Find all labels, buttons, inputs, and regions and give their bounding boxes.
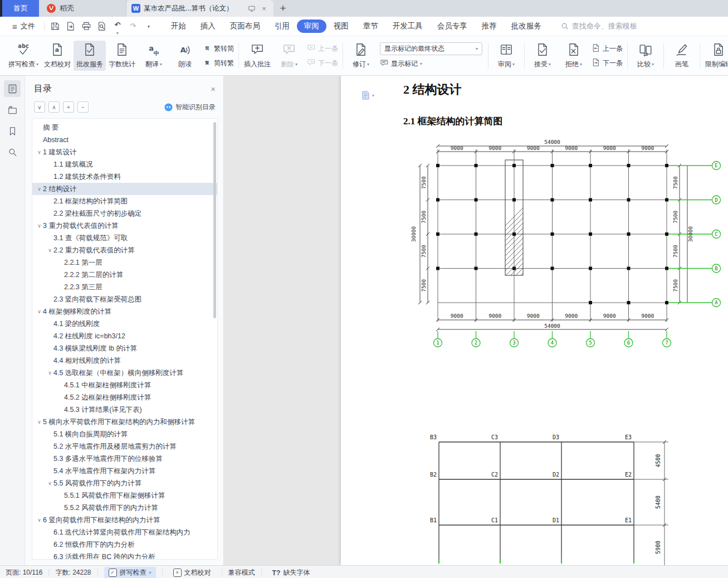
print-button[interactable] — [79, 20, 94, 33]
toc-item[interactable]: 5.3 多遇水平地震作用下的位移验算 — [32, 453, 217, 465]
spellcheck-button[interactable]: abc拼写检查▾ — [6, 41, 41, 71]
prev-change-button[interactable]: ←上一条 — [592, 43, 623, 54]
collapse-arrow-icon[interactable]: ∨ — [46, 244, 53, 256]
toc-item[interactable]: 6.2 恒载作用下的内力分析 — [32, 538, 217, 551]
toc-item[interactable]: 4.1 梁的线刚度 — [32, 318, 217, 330]
toc-item[interactable]: ∨5.5 风荷载作用下的内力计算 — [32, 477, 217, 489]
collapse-arrow-icon[interactable]: ∨ — [36, 220, 43, 232]
restrict-edit-button[interactable]: 限制编辑 — [702, 41, 728, 71]
home-tab[interactable]: 首页 — [2, 0, 39, 17]
toc-item[interactable]: 5.1 横向自振周期的计算 — [32, 428, 217, 440]
collapse-arrow-icon[interactable]: ∨ — [46, 477, 53, 489]
toc-item[interactable]: ∨1 建筑设计 — [32, 146, 217, 158]
new-tab-button[interactable]: + — [273, 0, 292, 17]
bookmark-pane-button[interactable] — [4, 123, 21, 139]
toc-item[interactable]: 1.2 建筑技术条件资料 — [32, 171, 217, 183]
toc-item[interactable]: ∨2.2 重力荷载代表值的计算 — [32, 244, 217, 256]
proofread-toggle[interactable]: × 文档校对 — [169, 567, 216, 578]
docer-tab[interactable]: 稻壳 — [39, 0, 126, 17]
toc-item[interactable]: 2.3 竖向荷载下框架受荷总图 — [32, 293, 217, 305]
menu-tab-section[interactable]: 章节 — [356, 20, 385, 33]
close-panel-icon[interactable]: × — [211, 84, 216, 94]
toc-item[interactable]: 5.5.1 风荷载作用下框架侧移计算 — [32, 489, 217, 502]
toc-item[interactable]: 4.5.3 计算结果(详见下表) — [32, 404, 217, 416]
toc-item[interactable]: 5.4 水平地震作用下框架内力计算 — [32, 465, 217, 477]
find-pane-button[interactable] — [4, 144, 21, 161]
print-preview-button[interactable] — [95, 20, 109, 33]
menu-tab-member[interactable]: 会员专享 — [430, 20, 475, 33]
toc-item[interactable]: Abstract — [32, 134, 217, 146]
proof-service-button[interactable]: 批改服务 — [74, 41, 106, 71]
toc-item[interactable]: 2.2 梁柱截面尺寸的初步确定 — [32, 207, 217, 220]
toc-item[interactable]: 4.5.1 中框架柱侧移刚度计算 — [32, 379, 217, 391]
expand-button[interactable]: ∨ — [34, 101, 45, 113]
document-page[interactable]: ▾ 2 结构设计 2.1 框架结构的计算简图 54000900090009000… — [341, 76, 728, 565]
toc-item[interactable]: ∨5 横向水平荷载作用下框架结构的内力和侧移计算 — [32, 416, 217, 428]
accept-button[interactable]: 接受▾ — [527, 41, 558, 71]
toc-item[interactable]: 4.3 横纵梁线刚度 lb 的计算 — [32, 342, 217, 354]
collapse-arrow-icon[interactable]: ∨ — [36, 146, 43, 158]
collapse-arrow-icon[interactable]: ∨ — [46, 367, 53, 379]
word-count-button[interactable]: 字数统计 — [106, 41, 138, 71]
menu-tab-proof-service[interactable]: 批改服务 — [504, 20, 549, 33]
next-change-button[interactable]: →下一条 — [592, 58, 623, 69]
menu-tab-view[interactable]: 视图 — [326, 20, 356, 33]
missing-font-indicator[interactable]: T? 缺失字体 — [268, 567, 315, 578]
collapse-arrow-icon[interactable]: ∨ — [36, 183, 43, 195]
more-commands-button[interactable]: ▾ — [141, 20, 156, 33]
menu-tab-dev-tools[interactable]: 开发工具 — [385, 20, 430, 33]
ink-brush-button[interactable]: 画笔 — [666, 41, 697, 71]
toc-item[interactable]: 3.1 查《荷载规范》可取 — [32, 232, 217, 244]
redo-button[interactable]: ↷ — [126, 20, 140, 33]
toc-item[interactable]: 2.2.2 第二层的计算 — [32, 269, 217, 281]
toc-item[interactable]: ∨6 竖向荷载作用下框架结构的内力计算 — [32, 514, 217, 526]
spellcheck-toggle[interactable]: ✓ 拼写检查 ▾ — [104, 567, 156, 578]
heading-menu-icon[interactable]: ▾ — [361, 90, 374, 100]
toc-item[interactable]: ∨4 框架侧移刚度的计算 — [32, 305, 217, 318]
show-markup-button[interactable]: 显示标记▾ — [380, 59, 482, 69]
toc-item[interactable]: 2.1 框架结构的计算简图 — [32, 195, 217, 207]
reject-button[interactable]: 拒绝▾ — [558, 41, 589, 71]
toc-item[interactable]: ∨2 结构设计 — [32, 183, 217, 195]
track-changes-button[interactable]: 修订▾ — [345, 41, 377, 71]
review-pane-button[interactable]: 审阅▾ — [491, 41, 522, 71]
close-tab-icon[interactable]: × — [260, 4, 268, 13]
toc-item[interactable]: 2.2.3 第三层 — [32, 281, 217, 293]
toc-item[interactable]: 摘 要 — [32, 122, 217, 134]
menu-tab-references[interactable]: 引用 — [267, 20, 297, 33]
collapse-all-button[interactable]: − — [77, 101, 89, 113]
toc-item[interactable]: 2.2.1 第一层 — [32, 256, 217, 269]
menu-tab-insert[interactable]: 插入 — [193, 20, 223, 33]
collapse-button[interactable]: ∧ — [48, 101, 60, 113]
insert-comment-button[interactable]: 插入批注 — [241, 41, 273, 71]
toc-item[interactable]: 4.4 相对线刚度的计算 — [32, 354, 217, 367]
traditional-to-simplified-button[interactable]: 简繁转简 — [203, 43, 234, 54]
markup-state-dropdown[interactable]: 显示标记的最终状态▾ — [380, 42, 482, 55]
toc-item[interactable]: 6.1 迭代法计算竖向荷载作用下框架结构内力 — [32, 526, 217, 538]
document-tab[interactable]: W 某市农产品批...算书（论文） × — [126, 0, 273, 17]
toc-item[interactable]: 6.3 活载作用在 BC 跨的内力分析 — [32, 551, 217, 560]
toc-item[interactable]: 4.2 柱线刚度 ic=bh3/12 — [32, 330, 217, 342]
chapter-nav-button[interactable] — [4, 101, 21, 118]
eye-protect-icon[interactable] — [247, 5, 256, 12]
collapse-arrow-icon[interactable]: ∨ — [36, 416, 43, 428]
outline-pane-button[interactable] — [4, 80, 21, 97]
toc-item[interactable]: ∨4.5 选取框架（中框架）横向侧移刚度计算 — [32, 367, 217, 379]
compare-button[interactable]: ⇄比较▾ — [630, 41, 661, 71]
prev-comment-button[interactable]: ←上一条 — [307, 43, 338, 54]
next-comment-button[interactable]: →下一条 — [307, 58, 338, 69]
toc-item[interactable]: 5.5.2 风荷载作用下的内力计算 — [32, 502, 217, 514]
toc-item[interactable]: 1.1 建筑概况 — [32, 158, 217, 171]
delete-comment-button[interactable]: 删除▾ — [273, 41, 305, 71]
simplified-to-traditional-button[interactable]: 繁简转繁 — [203, 58, 234, 69]
menu-tab-review[interactable]: 审阅 — [297, 20, 326, 33]
expand-all-button[interactable]: + — [63, 101, 74, 113]
collapse-arrow-icon[interactable]: ∨ — [36, 514, 43, 526]
export-button[interactable] — [63, 20, 78, 33]
menu-tab-page-layout[interactable]: 页面布局 — [223, 20, 267, 33]
command-search[interactable]: 查找命令、搜索模板 — [561, 21, 637, 31]
toc-scrollbar[interactable] — [213, 122, 216, 318]
toc-item[interactable]: ∨3 重力荷载代表值的计算 — [32, 220, 217, 232]
save-button[interactable] — [48, 20, 62, 33]
menu-tab-home[interactable]: 开始 — [164, 20, 193, 33]
